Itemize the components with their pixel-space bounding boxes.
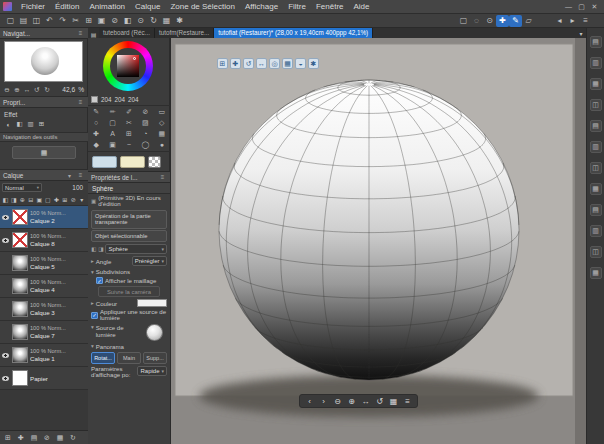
sub-color-swatch[interactable]	[120, 156, 145, 168]
visibility-empty-cell[interactable]	[1, 275, 10, 297]
subtool-diamond-icon[interactable]: ◇	[154, 117, 170, 128]
color-expand-icon[interactable]: ▸	[91, 300, 94, 306]
menu-item[interactable]: Zone de Sélection	[165, 2, 240, 11]
rotate-left-icon[interactable]: ↺	[32, 85, 42, 95]
tool-navigation-button[interactable]: ▦	[12, 146, 76, 159]
dock-panel-icon[interactable]: ▤	[590, 36, 602, 48]
settings-icon[interactable]: ✱	[173, 15, 186, 27]
more-icon[interactable]: ▾	[78, 195, 87, 205]
visibility-empty-cell[interactable]	[1, 298, 10, 320]
menu-item[interactable]: Animation	[84, 2, 130, 11]
rotate-right-icon[interactable]: ↻	[42, 85, 52, 95]
prev-page-icon[interactable]: ‹	[303, 396, 316, 407]
redo-icon[interactable]: ↷	[56, 15, 69, 27]
subtool-plus-icon[interactable]: ✚	[88, 128, 104, 139]
subtool-scissors-icon[interactable]: ✂	[121, 117, 137, 128]
shape-option-icon[interactable]: ◨	[98, 246, 103, 252]
zoom-in-icon[interactable]: ⊕	[12, 85, 22, 95]
prev-icon[interactable]: ◂	[553, 15, 566, 27]
panel-collapse-icon[interactable]: ▾	[65, 171, 74, 180]
effect-tone-icon[interactable]: ◧	[14, 119, 25, 129]
dock-panel-icon[interactable]: ▤	[590, 120, 602, 132]
shape-option-icon[interactable]: ◧	[91, 246, 96, 252]
navigator-preview[interactable]	[4, 41, 83, 82]
rotate-icon[interactable]: ↻	[147, 15, 160, 27]
paste-icon[interactable]: ▣	[95, 15, 108, 27]
show-mesh-checkbox[interactable]: ✓	[96, 277, 103, 284]
dock-panel-icon[interactable]: ▤	[590, 204, 602, 216]
light-toggle-icon[interactable]: ◒	[295, 58, 306, 69]
zoom-out-icon[interactable]: ⊖	[2, 85, 12, 95]
next-page-icon[interactable]: ›	[317, 396, 330, 407]
next-icon[interactable]: ▸	[566, 15, 579, 27]
saturation-value-square[interactable]	[117, 55, 139, 77]
current-color-chip[interactable]	[91, 96, 98, 103]
apply-light-checkbox[interactable]: ✓	[91, 312, 98, 319]
subtool-hatch-icon[interactable]: ▨	[137, 117, 153, 128]
dock-panel-icon[interactable]: ▦	[590, 78, 602, 90]
layer-opacity-value[interactable]: 100	[72, 184, 86, 191]
layer-row[interactable]: 100 % Norm...Calque 7	[0, 321, 88, 344]
subtool-deco-icon[interactable]: ◆	[88, 139, 104, 150]
canvas-viewport[interactable]: ⊞✚↺↔◎▦◒✱ ‹›⊖⊕↔↺▦≡	[170, 38, 586, 444]
subtool-text-icon[interactable]: A	[104, 128, 120, 139]
effect-texture-icon[interactable]: ▥	[25, 119, 36, 129]
camera-pan-icon[interactable]: ↔	[256, 58, 267, 69]
subtool-ellipse-icon[interactable]: ◯	[137, 139, 153, 150]
panorama-expand-icon[interactable]: ▾	[91, 343, 94, 349]
canvas-zoom-out-icon[interactable]: ⊖	[331, 396, 344, 407]
subtool-pen-icon[interactable]: ✎	[88, 106, 104, 117]
status-folder-icon[interactable]: ▤	[29, 432, 39, 443]
maximize-button[interactable]: ▢	[576, 2, 587, 12]
dock-panel-icon[interactable]: ▥	[590, 225, 602, 237]
rgb-g-value[interactable]: 204	[115, 96, 126, 103]
visibility-eye-icon[interactable]	[1, 206, 10, 228]
visibility-eye-icon[interactable]	[1, 229, 10, 251]
minimize-button[interactable]: —	[563, 2, 574, 12]
transparent-part-operation-button[interactable]: Opération de la partie transparente	[91, 210, 167, 229]
subtool-dot-icon[interactable]: ●	[154, 139, 170, 150]
new-folder-icon[interactable]: ▢	[44, 195, 53, 205]
status-palette-icon[interactable]: ▦	[55, 432, 65, 443]
object-settings-icon[interactable]: ✱	[308, 58, 319, 69]
object-color-swatch[interactable]	[137, 299, 167, 307]
selectable-object-button[interactable]: Objet sélectionnable	[91, 230, 167, 242]
subtool-eraser-icon[interactable]: ⊘	[137, 106, 153, 117]
new-layer-icon[interactable]: ▣	[35, 195, 44, 205]
subtool-table-icon[interactable]: ▦	[154, 128, 170, 139]
menu-item[interactable]: Aide	[349, 2, 375, 11]
main-color-swatch[interactable]	[92, 156, 117, 168]
lasso-icon[interactable]: ◌	[470, 15, 483, 27]
effect-grid-icon[interactable]: ⊞	[36, 119, 47, 129]
duplicate-layer-icon[interactable]: ✚	[52, 195, 61, 205]
light-direction-ball[interactable]	[146, 324, 163, 341]
status-grid-icon[interactable]: ⊞	[3, 432, 13, 443]
merge-layer-icon[interactable]: ⊞	[61, 195, 70, 205]
status-delete-icon[interactable]: ⊘	[42, 432, 52, 443]
menu-item[interactable]: Fichier	[16, 2, 50, 11]
subdivisions-expand-icon[interactable]: ▾	[91, 269, 94, 275]
document-tab[interactable]: tuteboard (Réc...	[99, 28, 155, 38]
undo-icon[interactable]: ↶	[43, 15, 56, 27]
fit-icon[interactable]: ↔	[22, 85, 32, 95]
visibility-eye-icon[interactable]	[1, 367, 10, 389]
dock-panel-icon[interactable]: ◫	[590, 99, 602, 111]
sub-layer-icon[interactable]: ⊟	[27, 195, 36, 205]
zoom-icon[interactable]: ⊙	[134, 15, 147, 27]
display-settings-select[interactable]: Rapide▾	[137, 366, 167, 376]
canvas-fit-icon[interactable]: ↔	[359, 396, 372, 407]
status-refresh-icon[interactable]: ↻	[68, 432, 78, 443]
visibility-eye-icon[interactable]	[1, 344, 10, 366]
layer-row[interactable]: 100 % Norm...Calque 5	[0, 252, 88, 275]
panorama-delete-button[interactable]: Supp...	[143, 352, 167, 364]
dock-panel-icon[interactable]: ▦	[590, 267, 602, 279]
grid-icon[interactable]: ▦	[160, 15, 173, 27]
subtool-wave-icon[interactable]: ~	[121, 139, 137, 150]
status-add-icon[interactable]: ✚	[16, 432, 26, 443]
document-tab[interactable]: tutofiat (Restaurer)* (28,00 x 19,40cm 4…	[214, 28, 373, 38]
transparent-color-swatch[interactable]	[148, 156, 161, 168]
close-button[interactable]: ✕	[589, 2, 600, 12]
copy-icon[interactable]: ⊞	[82, 15, 95, 27]
canvas-grid-icon[interactable]: ▦	[387, 396, 400, 407]
fill-icon[interactable]: ◧	[121, 15, 134, 27]
